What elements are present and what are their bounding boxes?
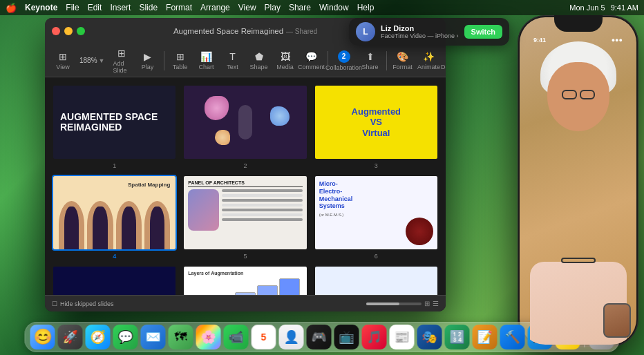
add-slide-icon: ⊞ [117,48,126,59]
toolbar-shape[interactable]: ⬟ Shape [247,48,272,73]
messages-icon: 💬 [118,329,133,345]
facetime-subtitle: FaceTime Video — iPhone › [381,32,459,39]
menu-format[interactable]: Format [166,3,192,12]
menu-window[interactable]: Window [319,3,349,12]
menu-view[interactable]: View [238,3,256,12]
dock-icon-calendar[interactable]: 5 [252,325,276,349]
dock-icon-photos[interactable]: 🌸 [196,325,221,349]
minimize-button[interactable] [64,27,73,35]
dock-icon-tv[interactable]: 📺 [334,325,359,349]
slide-item-6[interactable]: Micro-Electro-MechanicalSystems (or M.E.… [314,175,439,260]
toolbar-collaboration[interactable]: 2 Collaboration [332,48,357,74]
toolbar-animate[interactable]: ✨ Animate [417,48,442,73]
slide-item-8[interactable]: Layers of Augmentation 8 [182,265,307,295]
glasses-right [580,90,595,99]
traffic-lights [52,27,85,35]
toolbar-format[interactable]: 🎨 Format [390,48,415,73]
dock-icon-arcade[interactable]: 🎮 [307,325,332,349]
dock-icon-facetime[interactable]: 📹 [224,325,249,349]
menu-file[interactable]: File [66,3,79,12]
slide-item-1[interactable]: AUGMENTED SPACE REIMAGINED 1 [52,84,177,169]
dock-icon-pages[interactable]: 📝 [473,325,498,349]
text-label: Text [227,64,238,70]
toolbar-play[interactable]: ▶ Play [135,48,160,73]
format-icon: 🎨 [397,51,408,62]
layer-4 [257,285,278,295]
slide-thumb-4: Spatial Mapping [52,175,177,251]
slide-item-3[interactable]: Augmented VS Virtual 3 [314,84,439,169]
shape-icon: ⬟ [255,51,263,62]
slide-9-content: PHYSICAL AUGMENTED [315,267,437,295]
dock-icon-finder[interactable]: 😊 [30,325,55,349]
close-button[interactable] [52,27,60,35]
apple-menu[interactable]: 🍎 [6,3,17,13]
finder-icon: 😊 [33,328,52,346]
slide-8-title: Layers of Augmentation [188,271,302,276]
progress-bar-container: ⊞ ☰ [366,300,439,307]
menu-edit[interactable]: Edit [88,3,102,12]
slide-5-content: PANEL OF ARCHITECTS [184,176,306,249]
grid-view-icon[interactable]: ⊞ [424,300,430,307]
menu-slide[interactable]: Slide [139,3,158,12]
chart-icon: 📊 [200,51,212,62]
dock-icon-music[interactable]: 🎵 [362,325,387,349]
shape-label: Shape [249,64,267,70]
toolbar-document[interactable]: 📄 Document [443,48,446,73]
toolbar-view[interactable]: ⊞ View [50,48,75,73]
toolbar-comment[interactable]: 💬 Comment [299,48,324,73]
slide-item-7[interactable]: AUGO 7 [52,265,177,295]
window-title: Augmented Space Reimagined — Shared [173,27,317,35]
dock-icon-keynote[interactable]: 🎭 [417,325,442,349]
menu-keynote[interactable]: Keynote [25,3,57,12]
menubar-right: Mon Jun 5 9:41 AM [569,3,638,12]
dock-icon-xcode[interactable]: 🔨 [500,325,525,349]
iphone: 9:41 ●●● [518,15,638,347]
toolbar-add-slide[interactable]: ⊞ Add Slide [109,45,134,77]
dock-icon-news[interactable]: 📰 [390,325,415,349]
slides-area[interactable]: AUGMENTED SPACE REIMAGINED 1 [45,77,446,295]
slide-5-lines [222,189,302,231]
slide-6-ball [406,218,433,245]
menu-help[interactable]: Help [357,3,375,12]
slide-thumb-7: AUGO [52,265,177,295]
toolbar-media[interactable]: 🖼 Media [273,48,298,73]
dock-icon-safari[interactable]: 🧭 [86,325,111,349]
hide-skipped-slides[interactable]: ☐ Hide skipped slides [52,300,114,307]
toolbar-text[interactable]: T Text [220,48,245,73]
slide-item-9[interactable]: PHYSICAL AUGMENTED 9 [314,265,439,295]
menu-arrange[interactable]: Arrange [200,3,230,12]
menu-insert[interactable]: Insert [110,3,131,12]
menubar-time: 9:41 AM [611,3,638,12]
slide-item-2[interactable]: 2 [182,84,307,169]
toolbar-zoom[interactable]: 188% ▼ [77,57,108,64]
list-view-icon[interactable]: ☰ [433,300,439,307]
dock-icon-mail[interactable]: ✉️ [141,325,166,349]
dock-icon-contacts[interactable]: 👤 [279,325,304,349]
arch-3 [116,201,142,249]
slide-item-5[interactable]: PANEL OF ARCHITECTS [182,175,307,260]
dock-icon-messages[interactable]: 💬 [113,325,138,349]
line-2 [222,194,302,197]
dock-icon-numbers[interactable]: 🔢 [445,325,470,349]
calendar-icon: 5 [261,332,267,343]
dock-icon-maps[interactable]: 🗺 [169,325,193,349]
arcade-icon: 🎮 [312,329,327,345]
maximize-button[interactable] [77,27,85,35]
tv-icon: 📺 [339,329,354,345]
menu-share[interactable]: Share [289,3,311,12]
iphone-notch [554,15,603,32]
dock-icon-launchpad[interactable]: 🚀 [58,325,83,349]
progress-bar [366,303,422,305]
facetime-switch-button[interactable]: Switch [464,25,502,39]
slide-item-4[interactable]: Spatial Mapping 4 [52,175,177,260]
iphone-status-icons: ●●● [612,37,623,44]
comment-icon: 💬 [305,51,317,62]
slide-6-title: Micro-Electro-MechanicalSystems [319,180,403,210]
menu-play[interactable]: Play [265,3,281,12]
line-7 [222,218,302,221]
keynote-icon: 🎭 [422,329,437,345]
slide-6-content: Micro-Electro-MechanicalSystems (or M.E.… [315,176,437,249]
toolbar-table[interactable]: ⊞ Table [168,48,193,73]
slide-number-2: 2 [182,162,307,169]
toolbar-chart[interactable]: 📊 Chart [194,48,219,73]
